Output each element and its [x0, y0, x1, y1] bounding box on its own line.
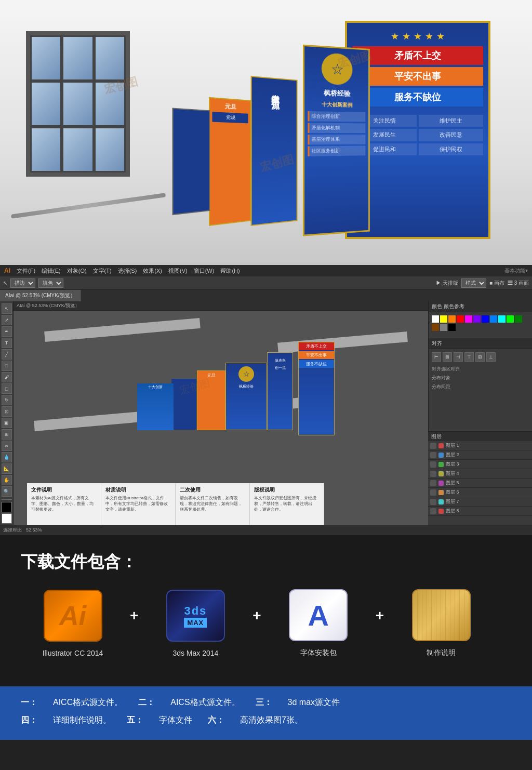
note-secondary-text: 请勿将本文件二次销售，如有发现，将追究法律责任，如有问题，联系客服处理。: [180, 495, 245, 513]
layer-item-4[interactable]: 图层 4: [428, 469, 532, 479]
swatch-darkgreen[interactable]: [515, 315, 522, 323]
layer-visibility[interactable]: [430, 508, 436, 514]
swatch-orange[interactable]: [448, 315, 456, 323]
menu-help[interactable]: 帮助(H): [220, 267, 240, 275]
layer-name: 图层 6: [446, 489, 530, 496]
swatch-brown[interactable]: [432, 324, 439, 331]
window-pane: [94, 35, 126, 81]
canvas-viewport[interactable]: 矛盾不上交 平安不出事 服务不缺位 做表率 创一流 ☆ 枫桥经验 元旦 十大创新: [14, 311, 428, 483]
swatch-lightblue[interactable]: [490, 315, 497, 323]
layers-title: 图层: [431, 433, 442, 440]
tool-gradient[interactable]: ▣: [2, 418, 12, 428]
swatch-white[interactable]: [432, 315, 439, 323]
layer-name: 图层 2: [446, 452, 530, 458]
star-icon: ★: [391, 31, 399, 42]
swatch-purple[interactable]: [473, 315, 481, 323]
color-ref-title: 颜色参考: [444, 303, 464, 309]
tool-direct-select[interactable]: ↗: [2, 315, 12, 325]
align-right-btn[interactable]: ⊣: [454, 352, 463, 362]
tool-rect[interactable]: □: [2, 361, 12, 371]
canvas-mini-panel-6: 十大创新: [137, 383, 174, 430]
window-controls: 基本功能▾: [504, 267, 528, 274]
toolbar-select-tool[interactable]: ↖: [3, 280, 7, 286]
menu-edit[interactable]: 编辑(E): [42, 267, 61, 275]
layer-visibility[interactable]: [430, 489, 436, 496]
layer-item-8[interactable]: 图层 8: [428, 507, 532, 516]
tool-measure[interactable]: 📐: [2, 463, 12, 474]
layer-item-2[interactable]: 图层 2: [428, 450, 532, 460]
footer-item-1-num: 一：: [21, 696, 37, 709]
tool-line[interactable]: ╱: [2, 349, 12, 360]
swatch-black[interactable]: [448, 324, 456, 331]
layer-visibility[interactable]: [430, 499, 436, 505]
menu-effect[interactable]: 效果(X): [143, 267, 162, 275]
align-left-btn[interactable]: ⊢: [432, 352, 441, 362]
panel-list-item: 社区服务创新: [308, 146, 365, 156]
footer-row-2: 四： 详细制作说明。 五： 字体文件 六： 高清效果图7张。: [21, 713, 511, 727]
layer-visibility[interactable]: [430, 480, 436, 486]
stroke-dropdown[interactable]: 描边: [10, 278, 35, 288]
canvas-mini-panel-2: 做表率 创一流: [267, 352, 293, 430]
layer-visibility[interactable]: [430, 461, 436, 468]
layer-item-1[interactable]: 图层 1: [428, 441, 532, 450]
fill-dropdown[interactable]: 填色: [38, 278, 63, 288]
tool-paint[interactable]: 🖌: [2, 372, 12, 382]
tool-type[interactable]: T: [2, 338, 12, 348]
distribute-spacing: 分布间距: [429, 382, 532, 391]
tool-scale[interactable]: ⊡: [2, 406, 12, 417]
layer-visibility[interactable]: [430, 452, 436, 458]
note-copyright-title: 版权说明: [254, 486, 320, 494]
stroke-color[interactable]: [2, 513, 12, 524]
layer-color: [438, 499, 444, 505]
mini-panel-text3: 服务不缺位: [299, 360, 334, 368]
tool-hand[interactable]: ✋: [2, 475, 12, 485]
menu-window[interactable]: 窗口(W): [194, 267, 215, 275]
layer-name: 图层 1: [446, 442, 530, 449]
swatch-magenta[interactable]: [465, 315, 472, 323]
menu-object[interactable]: 对象(O): [67, 267, 87, 275]
swatch-cyan[interactable]: [498, 315, 506, 323]
tool-selection[interactable]: ↖: [2, 303, 12, 314]
align-top-btn[interactable]: ⊤: [464, 352, 474, 362]
left-tools-panel: ↖ ↗ ✒ T ╱ □ 🖌 ◻ ↻ ⊡ ▣ ⊞ ∞ 💧 📐 ✋ 🔍: [0, 301, 14, 525]
menu-select[interactable]: 选择(S): [118, 267, 137, 275]
swatch-gray[interactable]: [440, 324, 447, 331]
view-toggle[interactable]: ▶ 天排版: [436, 280, 458, 287]
illustrator-app: Ai 文件(F) 编辑(E) 对象(O) 文字(T) 选择(S) 效果(X) 视…: [0, 265, 532, 535]
layer-visibility[interactable]: [430, 471, 436, 477]
panel-list-item: 矛盾化解机制: [308, 123, 365, 134]
panel-text-line1: 矛盾不上交: [352, 46, 483, 65]
layer-item-5[interactable]: 图层 5: [428, 479, 532, 488]
tool-rotate[interactable]: ↻: [2, 395, 12, 405]
panel-text-grid: 关注民情 维护民主 发展民生 改善民意 促进民和 保护民权: [352, 115, 483, 155]
document-tab[interactable]: AIai @ 52.53% (CMYK/预览）: [0, 290, 81, 301]
menu-text[interactable]: 文字(T): [93, 267, 112, 275]
swatch-blue[interactable]: [482, 315, 489, 323]
misc-btn[interactable]: ☰ 3 画面: [508, 280, 529, 287]
tool-zoom[interactable]: 🔍: [2, 486, 12, 497]
swatch-green[interactable]: [507, 315, 514, 323]
canvas-panel-label2: 创一流: [268, 364, 292, 371]
canvas-area[interactable]: AIai @ 52.53% (CMYK/预览） 矛盾不上交 平安不出事 服务不缺…: [14, 301, 428, 525]
swatch-red[interactable]: [457, 315, 464, 323]
swatch-yellow[interactable]: [440, 315, 447, 323]
tool-pen[interactable]: ✒: [2, 326, 12, 337]
panel-cell: 改善民意: [419, 129, 483, 141]
tool-blend[interactable]: ∞: [2, 441, 12, 451]
tool-eyedrop[interactable]: 💧: [2, 452, 12, 462]
fill-color[interactable]: [2, 502, 12, 512]
star-icon: ★: [425, 31, 433, 42]
layer-item-6[interactable]: 图层 6: [428, 488, 532, 497]
align-btn[interactable]: ■ 画布: [489, 280, 504, 287]
align-center-btn[interactable]: ⊠: [443, 352, 452, 362]
layer-item-3[interactable]: 图层 3: [428, 460, 532, 469]
tool-eraser[interactable]: ◻: [2, 383, 12, 394]
layer-visibility[interactable]: [430, 443, 436, 449]
menu-view[interactable]: 视图(V): [168, 267, 188, 275]
menu-file[interactable]: 文件(F): [17, 267, 35, 275]
format-select[interactable]: 样式: [461, 278, 486, 288]
align-bottom-btn[interactable]: ⊥: [486, 352, 496, 362]
align-middle-btn[interactable]: ⊞: [475, 352, 485, 362]
layer-item-7[interactable]: 图层 7: [428, 497, 532, 507]
tool-mesh[interactable]: ⊞: [2, 429, 12, 440]
